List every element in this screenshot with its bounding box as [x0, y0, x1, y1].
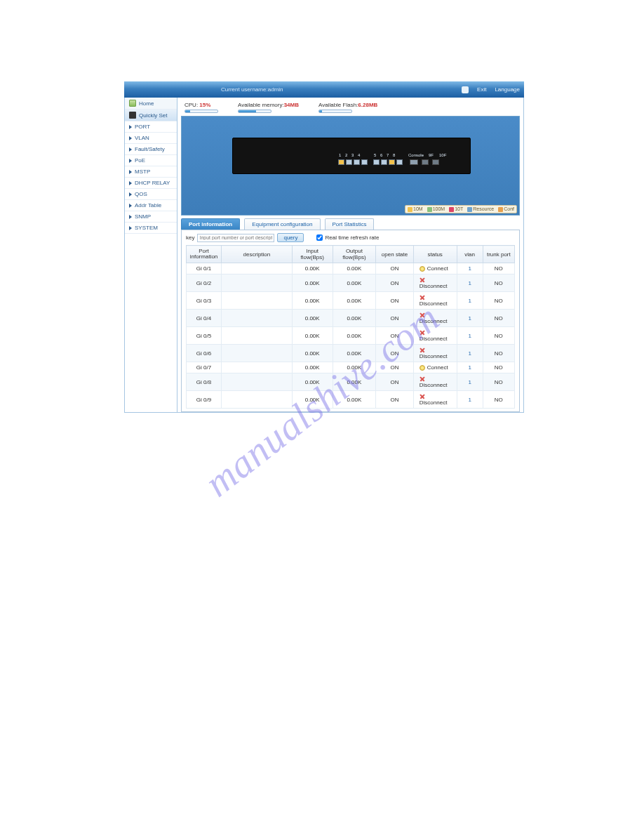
console-port-icon[interactable]	[410, 159, 418, 165]
sidebar-item-dhcp-relay[interactable]: DHCP RELAY	[125, 178, 177, 189]
legend-10m-icon	[408, 207, 412, 212]
cell-open-state: ON	[376, 391, 414, 409]
th-status[interactable]: status	[413, 246, 457, 263]
sidebar-home[interactable]: Home	[125, 98, 177, 110]
tab-port-statistics[interactable]: Port Statistics	[325, 218, 375, 230]
port-3-icon[interactable]	[354, 159, 360, 165]
cell-port: Gi 0/6	[187, 345, 222, 362]
port-4-icon[interactable]	[361, 159, 368, 165]
flash-label: Available Flash:6.28MB	[318, 102, 377, 108]
cell-port: Gi 0/5	[187, 327, 222, 345]
realtime-refresh-checkbox[interactable]	[316, 234, 323, 241]
table-row[interactable]: Gi 0/60.00K0.00KONDisconnect1NO	[187, 345, 515, 362]
cell-open-state: ON	[376, 274, 414, 292]
main-row: Home Quickly Set PORT VLAN Fault/Safety …	[124, 98, 524, 413]
th-trunk-port[interactable]: trunk port	[483, 246, 514, 263]
th-input-flow[interactable]: Input flow(Bps)	[292, 246, 333, 263]
tab-port-information[interactable]: Port information	[181, 218, 240, 230]
chevron-right-icon	[129, 204, 132, 208]
current-user-label: Current username:admin	[221, 86, 283, 93]
table-header-row: Port information description Input flow(…	[187, 246, 515, 263]
cell-status: Disconnect	[413, 391, 457, 409]
legend-item: 10T	[449, 206, 463, 212]
logout-icon[interactable]	[462, 86, 469, 93]
sidebar-quickly-set[interactable]: Quickly Set	[125, 110, 177, 121]
cell-trunk-port: NO	[483, 373, 514, 391]
chevron-right-icon	[129, 147, 132, 152]
cell-input-flow: 0.00K	[292, 362, 333, 373]
th-description[interactable]: description	[221, 246, 292, 263]
port-7-icon[interactable]	[389, 159, 395, 165]
search-input[interactable]	[197, 234, 274, 242]
table-row[interactable]: Gi 0/50.00K0.00KONDisconnect1NO	[187, 327, 515, 345]
sidebar-item-label: MSTP	[135, 168, 150, 175]
cell-port: Gi 0/1	[187, 263, 222, 274]
table-body: Gi 0/10.00K0.00KONConnect1NOGi 0/20.00K0…	[187, 263, 515, 409]
port-9f-icon[interactable]	[422, 159, 429, 165]
table-row[interactable]: Gi 0/30.00K0.00KONDisconnect1NO	[187, 292, 515, 310]
port-5-icon[interactable]	[373, 159, 380, 165]
tab-equipment-configuration[interactable]: Equipment configuration	[244, 218, 320, 230]
flash-bar-fill	[319, 110, 322, 112]
sidebar-item-snmp[interactable]: SNMP	[125, 211, 177, 223]
legend-conf-icon	[498, 207, 503, 212]
topbar-right: Exit Language	[462, 81, 520, 98]
query-button[interactable]: query	[277, 233, 304, 242]
realtime-refresh-label: Real time refresh rate	[325, 234, 379, 241]
cell-vlan: 1	[457, 292, 483, 310]
cell-description	[221, 263, 292, 274]
cell-status: Disconnect	[413, 373, 457, 391]
table-row[interactable]: Gi 0/70.00K0.00KONConnect1NO	[187, 362, 515, 373]
cell-description	[221, 345, 292, 362]
port-1-icon[interactable]	[338, 159, 344, 165]
cell-status: Disconnect	[413, 292, 457, 310]
cell-output-flow: 0.00K	[333, 310, 376, 327]
th-output-flow[interactable]: Output flow(Bps)	[333, 246, 376, 263]
legend-resource-icon	[467, 207, 472, 212]
sidebar-item-qos[interactable]: QOS	[125, 189, 177, 200]
th-open-state[interactable]: open state	[376, 246, 414, 263]
cell-description	[221, 373, 292, 391]
chevron-right-icon	[129, 181, 132, 185]
port-10f-icon[interactable]	[432, 159, 439, 165]
sidebar-item-fault-safety[interactable]: Fault/Safety	[125, 144, 177, 155]
sidebar-item-addr-table[interactable]: Addr Table	[125, 200, 177, 211]
port-8-icon[interactable]	[396, 159, 403, 165]
flash-stat: Available Flash:6.28MB	[318, 102, 377, 113]
sidebar-item-vlan[interactable]: VLAN	[125, 133, 177, 144]
chevron-right-icon	[129, 192, 132, 197]
cell-port: Gi 0/7	[187, 362, 222, 373]
exit-link[interactable]: Exit	[477, 86, 486, 93]
language-link[interactable]: Language	[495, 86, 520, 93]
cell-description	[221, 274, 292, 292]
cell-port: Gi 0/4	[187, 310, 222, 327]
console-label: Console	[408, 153, 424, 157]
port-table: Port information description Input flow(…	[186, 245, 515, 409]
cell-output-flow: 0.00K	[333, 373, 376, 391]
table-row[interactable]: Gi 0/40.00K0.00KONDisconnect1NO	[187, 310, 515, 327]
cpu-label: CPU: 15%	[185, 102, 218, 108]
table-row[interactable]: Gi 0/90.00K0.00KONDisconnect1NO	[187, 391, 515, 409]
chevron-right-icon	[129, 159, 132, 163]
sidebar-item-poe[interactable]: PoE	[125, 155, 177, 166]
port-6-icon[interactable]	[381, 159, 387, 165]
th-port-information[interactable]: Port information	[187, 246, 222, 263]
cell-port: Gi 0/8	[187, 373, 222, 391]
cell-trunk-port: NO	[483, 274, 514, 292]
cpu-value: 15%	[199, 102, 210, 108]
table-row[interactable]: Gi 0/10.00K0.00KONConnect1NO	[187, 263, 515, 274]
cpu-bar	[185, 110, 218, 113]
th-vlan[interactable]: vlan	[457, 246, 483, 263]
connect-icon	[420, 365, 425, 371]
memory-value: 34MB	[284, 102, 299, 108]
cell-open-state: ON	[376, 345, 414, 362]
port-2-icon[interactable]	[346, 159, 352, 165]
sidebar-item-system[interactable]: SYSTEM	[125, 223, 177, 234]
cell-open-state: ON	[376, 310, 414, 327]
table-row[interactable]: Gi 0/80.00K0.00KONDisconnect1NO	[187, 373, 515, 391]
sidebar-item-mstp[interactable]: MSTP	[125, 166, 177, 178]
sidebar-item-port[interactable]: PORT	[125, 121, 177, 133]
cell-trunk-port: NO	[483, 310, 514, 327]
search-key-label: key	[186, 234, 194, 241]
table-row[interactable]: Gi 0/20.00K0.00KONDisconnect1NO	[187, 274, 515, 292]
